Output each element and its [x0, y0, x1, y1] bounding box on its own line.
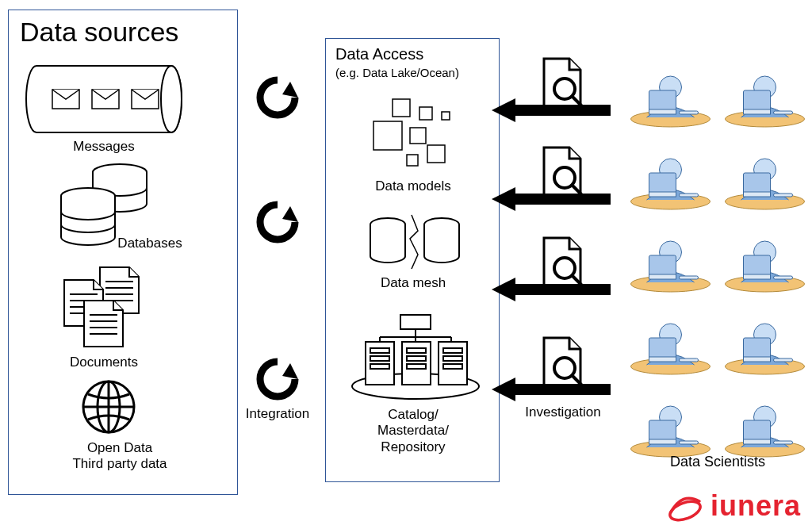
svg-rect-107 [744, 439, 771, 444]
arrow-left-icon [492, 378, 611, 401]
data-access-subtitle: (e.g. Data Lake/Ocean) [335, 66, 459, 79]
catalog-label-3: Repository [326, 439, 500, 455]
data-models-icon [359, 96, 462, 175]
svg-rect-87 [744, 274, 771, 279]
catalog-label-1: Catalog/ [326, 407, 500, 423]
data-scientist-icon [626, 379, 714, 458]
svg-rect-92 [649, 357, 676, 362]
svg-point-1 [161, 66, 182, 132]
data-access-heading: Data Access (e.g. Data Lake/Ocean) [335, 45, 459, 79]
data-sources-box: Data sources Messages [8, 10, 238, 495]
svg-rect-81 [649, 255, 676, 276]
open-data-label-2: Third party data [25, 456, 215, 472]
data-scientist-icon [721, 132, 809, 211]
catalog-icon [348, 310, 483, 405]
data-scientists-label: Data Scientists [626, 454, 809, 470]
svg-rect-93 [680, 358, 699, 362]
svg-rect-25 [442, 112, 450, 120]
svg-rect-78 [774, 194, 793, 197]
data-sources-heading: Data sources [9, 10, 237, 48]
catalog-label: Catalog/ Masterdata/ Repository [326, 407, 500, 455]
investigation-label: Investigation [515, 404, 611, 420]
brand-logo: iunera [666, 489, 801, 523]
svg-rect-83 [680, 276, 699, 279]
data-mesh-icon [364, 210, 467, 272]
brand-logo-icon [666, 490, 704, 522]
svg-rect-29 [427, 145, 445, 163]
svg-rect-72 [649, 192, 676, 197]
svg-rect-76 [744, 173, 771, 194]
svg-rect-47 [407, 364, 426, 369]
svg-rect-66 [744, 90, 771, 111]
data-access-title: Data Access [335, 45, 459, 63]
arrow-left-icon [492, 187, 611, 211]
messages-icon [25, 63, 183, 136]
svg-rect-68 [774, 111, 793, 114]
data-scientist-icon [626, 214, 714, 293]
data-mesh-label: Data mesh [326, 275, 500, 291]
brand-logo-text: iunera [710, 489, 801, 523]
svg-rect-91 [649, 338, 676, 358]
svg-rect-97 [744, 357, 771, 362]
svg-rect-43 [370, 356, 389, 361]
svg-rect-77 [744, 192, 771, 197]
refresh-icon [255, 357, 300, 401]
open-data-label-1: Open Data [25, 440, 215, 456]
data-models-label: Data models [326, 178, 500, 194]
databases-label: Databases [102, 236, 197, 251]
svg-rect-42 [370, 348, 389, 353]
documents-icon [56, 264, 147, 351]
svg-rect-24 [419, 107, 432, 120]
data-scientist-icon [721, 379, 809, 458]
svg-rect-86 [744, 255, 771, 276]
svg-rect-96 [744, 338, 771, 358]
data-scientist-icon [721, 214, 809, 293]
svg-rect-108 [774, 441, 793, 444]
refresh-icon [255, 200, 300, 244]
svg-rect-23 [393, 99, 410, 117]
svg-rect-106 [744, 420, 771, 441]
globe-icon [80, 378, 137, 435]
arrow-left-icon [492, 98, 611, 122]
open-data-label: Open Data Third party data [25, 440, 215, 473]
integration-label: Integration [238, 406, 317, 422]
svg-rect-44 [370, 364, 389, 369]
svg-rect-62 [649, 109, 676, 114]
messages-label: Messages [25, 139, 183, 155]
data-scientist-icon [721, 49, 809, 128]
svg-rect-28 [407, 155, 418, 166]
svg-rect-50 [443, 364, 462, 369]
data-scientist-icon [626, 297, 714, 376]
svg-rect-101 [649, 420, 676, 441]
data-scientist-icon [626, 132, 714, 211]
svg-rect-45 [407, 348, 426, 353]
catalog-label-2: Masterdata/ [326, 423, 500, 439]
svg-rect-102 [649, 439, 676, 444]
svg-rect-103 [680, 441, 699, 444]
svg-rect-71 [649, 173, 676, 194]
svg-rect-82 [649, 274, 676, 279]
svg-rect-73 [680, 194, 699, 197]
arrow-left-icon [492, 278, 611, 301]
refresh-icon [255, 75, 300, 120]
data-scientists-grid [626, 49, 809, 458]
svg-rect-27 [410, 128, 426, 144]
data-scientist-icon [626, 49, 714, 128]
svg-rect-26 [373, 121, 402, 150]
svg-rect-98 [774, 358, 793, 362]
data-scientist-icon [721, 297, 809, 376]
svg-rect-67 [744, 109, 771, 114]
svg-rect-61 [649, 90, 676, 111]
svg-rect-48 [443, 348, 462, 353]
svg-rect-49 [443, 356, 462, 361]
svg-rect-46 [407, 356, 426, 361]
documents-label: Documents [40, 355, 167, 370]
svg-rect-88 [774, 276, 793, 279]
svg-rect-33 [400, 315, 431, 329]
svg-rect-63 [680, 111, 699, 114]
data-access-box: Data Access (e.g. Data Lake/Ocean) Data … [325, 38, 500, 482]
